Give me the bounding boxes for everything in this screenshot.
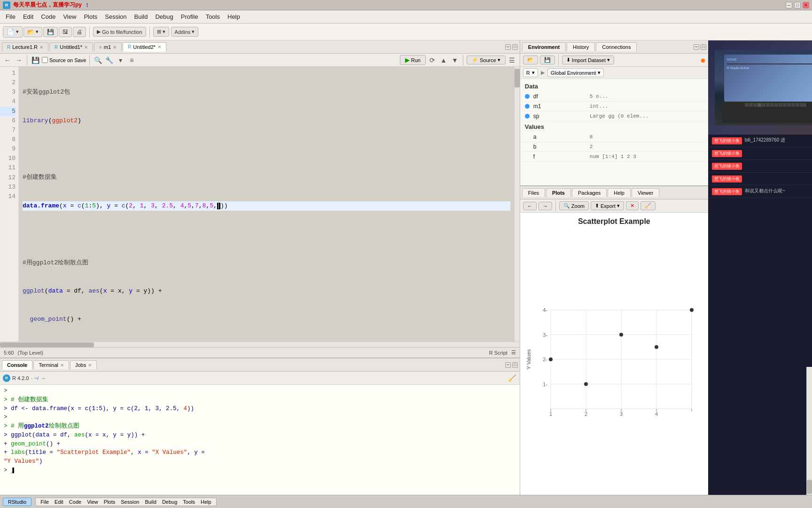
import-dataset-button[interactable]: ⬇ Import Dataset▾ xyxy=(562,56,614,64)
print-button[interactable]: 🖨 xyxy=(73,27,86,37)
run-button[interactable]: ▶ Run xyxy=(400,55,426,65)
menu-view[interactable]: View xyxy=(59,12,80,22)
env-row-a[interactable]: a 8 xyxy=(522,132,706,142)
undo-button[interactable]: ← xyxy=(3,56,12,65)
tab-help[interactable]: Help xyxy=(608,188,631,197)
redo-button[interactable]: → xyxy=(14,56,23,65)
bili-comment-2: 想飞的猪小鱼 xyxy=(708,147,812,160)
more-options-button[interactable]: ▾ xyxy=(116,56,125,65)
r-version-selector[interactable]: R▾ xyxy=(523,68,538,77)
tab-plots[interactable]: Plots xyxy=(546,188,571,197)
new-file-button[interactable]: 📄▾ xyxy=(3,26,23,38)
load-workspace-button[interactable]: 📂 xyxy=(523,56,538,64)
delete-plot-button[interactable]: ✕ xyxy=(626,201,639,210)
menu-debug[interactable]: Debug xyxy=(151,12,177,22)
tab-lecture1r[interactable]: R Lecture1.R ✕ xyxy=(2,42,48,51)
new-file-icon: 📄 xyxy=(7,28,15,36)
minimize-button[interactable]: ─ xyxy=(786,2,792,8)
code-editor-content[interactable]: #安装ggplot2包 library(ggplot2) #创建数据集 data… xyxy=(19,67,514,341)
tab-files[interactable]: Files xyxy=(522,188,545,197)
tab-jobs[interactable]: Jobs ✕ xyxy=(70,360,97,369)
re-run-button[interactable]: ⟳ xyxy=(428,56,437,65)
close-button[interactable]: ✕ xyxy=(803,2,809,8)
editor-options-button[interactable]: ☰ xyxy=(508,56,517,65)
clear-console-button[interactable]: 🧹 xyxy=(508,373,517,383)
go-to-file-label: Go to file/function xyxy=(102,29,142,35)
menu-file[interactable]: File xyxy=(2,12,19,22)
console-maximize-btn[interactable]: □ xyxy=(512,362,518,368)
data-point-2 xyxy=(584,382,588,386)
close-tab-lecture1r[interactable]: ✕ xyxy=(39,45,43,50)
env-row-df[interactable]: df 5 o... xyxy=(522,92,706,102)
close-jobs[interactable]: ✕ xyxy=(88,363,92,368)
console-scrollbar[interactable] xyxy=(806,367,812,508)
taskbar-file-menu[interactable]: File Edit Code View Plots Session Build … xyxy=(35,498,216,506)
menu-tools[interactable]: Tools xyxy=(202,12,224,22)
tab-untitled1[interactable]: R Untitled1* ✕ xyxy=(49,42,93,51)
run-up-button[interactable]: ▲ xyxy=(439,56,448,65)
tab-environment[interactable]: Environment xyxy=(522,42,566,51)
tab-history[interactable]: History xyxy=(567,42,595,51)
clear-plots-button[interactable]: 🧹 xyxy=(640,201,656,210)
close-tab-untitled1[interactable]: ✕ xyxy=(84,45,88,50)
editor-minimize-btn[interactable]: ─ xyxy=(505,44,511,50)
console-scroll-thumb[interactable] xyxy=(807,480,812,494)
taskbar-rstudio[interactable]: RStudio xyxy=(3,498,31,506)
zoom-button[interactable]: 🔍 Zoom xyxy=(559,201,589,210)
open-file-button[interactable]: 📂▾ xyxy=(23,27,42,37)
go-to-file-button[interactable]: ▶ Go to file/function xyxy=(93,27,146,37)
tab-m1[interactable]: ≡ m1 ✕ xyxy=(94,42,122,51)
source-button[interactable]: ⚡ Source▾ xyxy=(467,56,506,64)
h-scrollbar-thumb[interactable] xyxy=(0,342,94,347)
save-all-button[interactable]: 🖫 xyxy=(59,27,72,37)
run-down-button[interactable]: ▼ xyxy=(450,56,460,65)
workspace-layout-button[interactable]: ⊞▾ xyxy=(153,27,169,37)
menu-code[interactable]: Code xyxy=(37,12,59,22)
save-button[interactable]: 💾 xyxy=(43,27,58,37)
editor-h-scrollbar[interactable] xyxy=(0,341,520,347)
console-minimize-btn[interactable]: ─ xyxy=(505,362,511,368)
env-row-b[interactable]: b 2 xyxy=(522,142,706,152)
env-minimize-btn[interactable]: ─ xyxy=(694,44,699,50)
search-button[interactable]: 🔍 xyxy=(93,56,102,65)
tab-console[interactable]: Console xyxy=(2,360,32,370)
save-editor-button[interactable]: 💾 xyxy=(31,56,40,65)
editor-scrollbar[interactable] xyxy=(514,67,520,341)
menu-plots[interactable]: Plots xyxy=(80,12,101,22)
svg-text:2-: 2- xyxy=(543,357,547,362)
close-tab-m1[interactable]: ✕ xyxy=(113,45,117,50)
back-plot-button[interactable]: ← xyxy=(523,202,537,210)
save-workspace-button[interactable]: 💾 xyxy=(540,56,555,64)
tab-terminal[interactable]: Terminal ✕ xyxy=(33,360,69,369)
menu-help[interactable]: Help xyxy=(224,12,244,22)
source-on-save-label[interactable]: Source on Save xyxy=(42,57,86,63)
env-row-f[interactable]: f num [1:4] 1 2 3 xyxy=(522,152,706,162)
tab-packages[interactable]: Packages xyxy=(572,188,607,197)
menu-build[interactable]: Build xyxy=(131,12,152,22)
forward-plot-button[interactable]: → xyxy=(539,202,552,210)
menu-session[interactable]: Session xyxy=(101,12,130,22)
scrollbar-thumb[interactable] xyxy=(515,69,520,87)
close-tab-untitled2[interactable]: ✕ xyxy=(157,44,161,49)
env-row-sp[interactable]: sp Large gg (9 elem... xyxy=(522,111,706,121)
source-on-save-checkbox[interactable] xyxy=(42,57,48,63)
menu-edit[interactable]: Edit xyxy=(19,12,37,22)
menu-profile[interactable]: Profile xyxy=(177,12,202,22)
document-outline-button[interactable]: ≡ xyxy=(127,56,136,65)
env-row-m1[interactable]: m1 int... xyxy=(522,102,706,111)
r-version-env-label: R xyxy=(526,70,530,76)
close-terminal[interactable]: ✕ xyxy=(60,363,64,368)
editor-maximize-btn[interactable]: □ xyxy=(512,44,518,50)
navigate-icon[interactable]: → xyxy=(40,375,46,381)
tab-connections[interactable]: Connections xyxy=(596,42,637,51)
console-content[interactable]: > > # 创建数据集 > df <- data.frame(x = c(1:5… xyxy=(0,385,520,508)
addins-button[interactable]: Addins▾ xyxy=(171,27,199,37)
tab-untitled2[interactable]: R Untitled2* ✕ xyxy=(123,42,166,52)
tab-viewer[interactable]: Viewer xyxy=(632,188,659,197)
export-button[interactable]: ⬆ Export▾ xyxy=(591,201,624,210)
maximize-button[interactable]: □ xyxy=(794,2,801,8)
global-env-selector[interactable]: Global Environment▾ xyxy=(547,68,604,77)
env-maximize-btn[interactable]: □ xyxy=(701,44,706,50)
code-tools-button[interactable]: 🔧 xyxy=(104,56,114,65)
status-menu-icon[interactable]: ☰ xyxy=(511,349,516,356)
